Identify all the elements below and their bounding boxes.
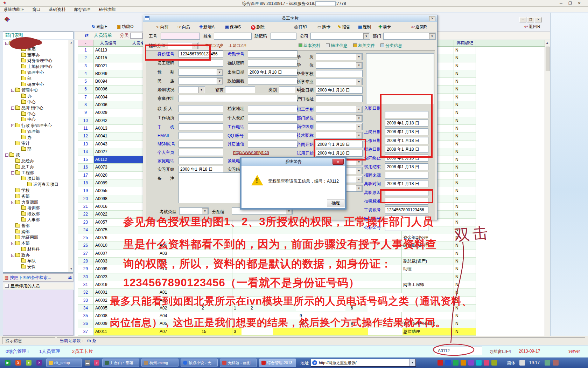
restore-button[interactable]: ❐	[566, 0, 574, 6]
show-disabled-row[interactable]: 显示停用的人员	[3, 282, 74, 289]
cell-employee-id[interactable]: B0021	[94, 62, 123, 70]
dialog-titlebar[interactable]: 员工卡片✕	[143, 15, 437, 22]
cell-disabled-flag[interactable]: N	[454, 156, 476, 164]
cell-employee-id[interactable]: B0096	[94, 86, 123, 93]
tree-item[interactable]: 培训部	[3, 205, 73, 211]
cell-c6[interactable]	[435, 148, 454, 156]
cell-c6[interactable]	[435, 117, 454, 125]
archive-address-input[interactable]	[248, 105, 298, 112]
tree-item[interactable]: 中心	[3, 99, 73, 105]
tray-icon[interactable]	[553, 360, 559, 366]
salary-account-input[interactable]: 1234567890123456	[385, 206, 428, 213]
prev-button[interactable]: ☜向前	[156, 24, 169, 30]
cell-disabled-flag[interactable]: N	[454, 203, 476, 211]
cell-c6[interactable]	[435, 187, 454, 195]
degree-select[interactable]	[316, 62, 363, 69]
cell-disabled-flag[interactable]: N	[454, 132, 476, 140]
cell-c6[interactable]	[435, 219, 454, 226]
cell-employee-id[interactable]: A0042	[94, 117, 123, 125]
cell-disabled-flag[interactable]: N	[454, 172, 476, 179]
qq-input[interactable]	[248, 132, 298, 139]
tray-icon[interactable]	[438, 360, 443, 366]
add-button[interactable]: ✚新增A	[199, 24, 215, 30]
tray-icon[interactable]	[519, 360, 525, 366]
dialog-back-button[interactable]: ↩返回R	[411, 24, 427, 30]
cell-disabled-flag[interactable]: N	[454, 54, 476, 62]
tab-related-files[interactable]: 相关文件	[353, 42, 375, 49]
cell-disabled-flag[interactable]: N	[454, 70, 476, 78]
name-input[interactable]	[214, 33, 252, 40]
minimize-button[interactable]: ─	[557, 0, 565, 6]
cell-employee-id[interactable]: A0019	[94, 281, 123, 289]
language-indicator[interactable]: 简体	[507, 360, 515, 366]
tree-item[interactable]: 材料科	[3, 246, 73, 252]
tree-item[interactable]: 土地征用中心	[3, 64, 73, 70]
cell-disabled-flag[interactable]: N	[454, 94, 476, 101]
cell-employee-id[interactable]: A0113	[94, 47, 123, 54]
nav-window-label[interactable]: 导航窗口F4	[489, 349, 511, 355]
cell-c6[interactable]	[435, 164, 454, 171]
tab-main-module[interactable]: 0综合管理 i	[6, 348, 29, 355]
cell-employee-id[interactable]: A0010	[94, 242, 123, 250]
tree-item[interactable]: 绩效部	[3, 211, 73, 217]
cell-disabled-flag[interactable]: N	[454, 250, 476, 258]
cell-c6[interactable]	[435, 78, 454, 86]
birthdate-input[interactable]: 2008 年1 月18 日	[248, 69, 298, 76]
tree-item[interactable]: 管理中心	[3, 70, 73, 76]
cell-employee-id[interactable]: A0027	[94, 148, 123, 156]
tray-icon[interactable]	[461, 360, 466, 366]
tree-item[interactable]: 售部	[3, 223, 73, 229]
tree-item[interactable]: -品牌 销中心	[3, 105, 73, 111]
cell-employee-id[interactable]: A0055	[94, 187, 123, 195]
quicklaunch-ball-icon[interactable]: ●	[26, 360, 31, 366]
menu-secretary[interactable]: 秘书功能	[95, 7, 119, 12]
cell-disabled-flag[interactable]: N	[454, 117, 476, 125]
cell-disabled-flag[interactable]: N	[454, 47, 476, 54]
graduation-date-input[interactable]: 2008 年1 月18 日	[316, 87, 363, 94]
scrollbar-thumb[interactable]	[546, 47, 550, 71]
cell-employee-id[interactable]: A0007	[94, 250, 123, 258]
home-address-input[interactable]	[178, 95, 298, 102]
tree-item[interactable]: -管理中心	[3, 87, 73, 93]
mnemonic-input[interactable]	[271, 33, 296, 40]
department-select[interactable]	[383, 33, 436, 40]
address-input[interactable]: ehttp://网游之重生最强/▼	[311, 359, 416, 367]
cell-employee-id[interactable]: A0013	[94, 125, 123, 132]
show-disabled-checkbox[interactable]	[5, 284, 9, 288]
cell-disabled-flag[interactable]: N	[454, 78, 476, 86]
cell-disabled-flag[interactable]: N	[454, 265, 476, 273]
cell-c6[interactable]	[435, 70, 454, 78]
cell-disabled-flag[interactable]: N	[454, 320, 476, 328]
cell-c6[interactable]	[435, 242, 454, 250]
workphone-input[interactable]	[248, 123, 298, 130]
tree-item[interactable]: 总工办	[3, 164, 73, 170]
tree-item[interactable]: -政办	[3, 252, 73, 258]
table-scrollbar[interactable]: ▲	[545, 40, 550, 336]
cell-employee-id[interactable]: A0112	[94, 156, 123, 164]
tree-item[interactable]: -本部	[3, 240, 73, 246]
tree-item[interactable]: 办	[3, 135, 73, 141]
task-paint[interactable]: 无标题 - 画图	[220, 359, 257, 367]
cell-employee-id[interactable]: A0098	[94, 195, 123, 203]
cell-employee-id[interactable]: A0099	[94, 265, 123, 273]
tray-icon[interactable]	[445, 360, 451, 366]
cell-c6[interactable]	[435, 86, 454, 93]
cell-employee-id[interactable]: A0022	[94, 211, 123, 218]
cell-c6[interactable]	[435, 94, 454, 101]
expand-icon[interactable]: -	[11, 171, 14, 175]
expand-icon[interactable]: -	[5, 154, 8, 157]
contact-input[interactable]	[178, 105, 223, 112]
badge-button[interactable]: ▭胸卡	[317, 24, 330, 30]
employee-code-box[interactable]: A0112	[435, 347, 482, 355]
cell-c6[interactable]	[435, 109, 454, 117]
cell-disabled-flag[interactable]: N	[454, 179, 476, 187]
hobby-input[interactable]	[248, 114, 298, 121]
task-tribe[interactable]: 丿自由丶部落....	[102, 359, 139, 367]
tree-item[interactable]: 财务管理中心	[3, 58, 73, 64]
cell-disabled-flag[interactable]: N	[454, 195, 476, 203]
expand-icon[interactable]: -	[11, 201, 14, 204]
cell-employee-id[interactable]: A0016	[94, 203, 123, 211]
password-input[interactable]	[178, 60, 223, 67]
mobile-input[interactable]	[178, 123, 223, 130]
quicklaunch-color-icon[interactable]: ◕	[94, 360, 99, 366]
